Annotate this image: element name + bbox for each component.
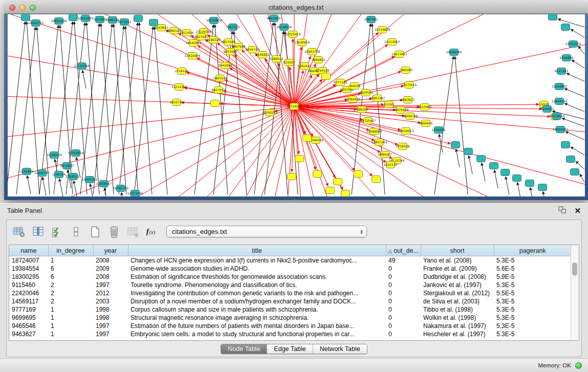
table-cell[interactable]: 9115460 <box>9 281 48 289</box>
table-row[interactable]: 969969511998Structural magnetic resonanc… <box>9 314 571 322</box>
table-cell[interactable]: 6 <box>48 273 93 281</box>
scrollbar-thumb[interactable] <box>572 262 577 276</box>
table-cell[interactable]: 2003 <box>93 297 128 305</box>
minimize-window-icon[interactable] <box>19 5 26 11</box>
close-panel-icon[interactable]: ✕ <box>574 207 581 214</box>
show-columns-icon[interactable] <box>31 225 46 238</box>
graph-node[interactable] <box>69 14 78 21</box>
table-cell[interactable]: 2008 <box>93 256 128 265</box>
table-cell[interactable]: Structural magnetic resonance image aver… <box>128 314 386 322</box>
table-cell[interactable]: 2 <box>48 297 93 305</box>
delete-table-icon[interactable] <box>106 225 121 238</box>
graph-node[interactable] <box>134 15 143 22</box>
graph-node[interactable] <box>354 171 363 178</box>
table-cell[interactable]: 9465546 <box>9 322 48 330</box>
table-cell[interactable]: Tourette syndrome. Phenomenology and cla… <box>128 281 386 289</box>
table-cell[interactable]: 1997 <box>93 281 128 289</box>
table-cell[interactable]: 2008 <box>93 273 128 281</box>
table-cell[interactable]: 1 <box>48 330 93 338</box>
table-cell[interactable]: 0 <box>386 273 421 281</box>
table-cell[interactable]: Estimation of significance thresholds fo… <box>128 273 386 281</box>
table-cell[interactable]: Dudbridge et al. (2008) <box>421 273 494 281</box>
table-cell[interactable]: Jankovic et al. (1997) <box>421 281 494 289</box>
table-cell[interactable]: 1997 <box>93 322 128 330</box>
table-cell[interactable]: 1 <box>48 314 93 322</box>
vertical-scrollbar[interactable] <box>571 245 579 340</box>
table-cell[interactable]: 5.3E-5 <box>494 322 571 330</box>
table-cell[interactable]: Genome-wide association studies in ADHD. <box>128 265 386 273</box>
graph-node[interactable] <box>526 180 534 187</box>
column-header-in-degree[interactable]: in_degree <box>48 245 93 256</box>
table-cell[interactable]: Investigating the contribution of common… <box>128 289 386 297</box>
network-canvas[interactable]: 1872400718300295193845549777169649756874… <box>8 14 585 196</box>
graph-node[interactable] <box>322 73 331 80</box>
select-columns-icon[interactable] <box>50 225 64 238</box>
table-cell[interactable]: 1998 <box>93 314 128 322</box>
table-cell[interactable]: 9699695 <box>9 314 48 322</box>
import-table-icon[interactable] <box>125 225 140 238</box>
table-cell[interactable]: 2 <box>48 289 93 297</box>
table-cell[interactable]: Changes of HCN gene expression and I(f) … <box>128 256 386 265</box>
table-cell[interactable]: 5.5E-5 <box>494 289 571 297</box>
table-cell[interactable]: 14569117 <box>9 297 48 305</box>
table-cell[interactable]: Disruption of a novel member of a sodium… <box>128 297 386 305</box>
table-cell[interactable]: 5.3E-5 <box>494 281 571 289</box>
table-cell[interactable]: Nakamura et al. (1997) <box>421 322 494 330</box>
table-cell[interactable]: Tibbo et al. (1998) <box>421 305 494 314</box>
table-row[interactable]: 1456911722003Disruption of a novel membe… <box>9 297 571 305</box>
graph-node[interactable] <box>571 169 579 176</box>
window-titlebar[interactable]: citations_edges.txt <box>4 2 588 14</box>
table-cell[interactable]: 9777169 <box>9 305 48 314</box>
table-cell[interactable]: Estimation of the future numbers of pati… <box>128 322 386 330</box>
new-table-icon[interactable] <box>88 225 102 238</box>
table-cell[interactable]: 0 <box>386 265 421 273</box>
table-cell[interactable]: Hescheler et al. (1997) <box>421 330 494 338</box>
table-selector[interactable]: citations_edges.txt ▲▼ <box>166 226 367 237</box>
tab-node-table[interactable]: Node Table <box>221 344 267 354</box>
table-cell[interactable]: Wolkin et al. (1998) <box>421 314 494 322</box>
column-header-name[interactable]: name <box>9 245 48 256</box>
column-header-out-de[interactable]: △out_de... <box>386 245 421 256</box>
graph-node[interactable] <box>477 156 486 162</box>
graph-node[interactable] <box>538 184 547 191</box>
table-cell[interactable]: Stergiakouli et al. (2012) <box>421 289 494 297</box>
table-row[interactable]: 2242004622012Investigating the contribut… <box>9 289 571 297</box>
table-cell[interactable]: Embryonic stem cells: a model to study s… <box>128 330 386 338</box>
table-cell[interactable]: 5.9E-5 <box>494 273 571 281</box>
table-cell[interactable]: 22420046 <box>9 289 48 297</box>
table-cell[interactable]: 5.3E-5 <box>494 314 571 322</box>
graph-node[interactable] <box>561 142 570 148</box>
graph-node[interactable] <box>501 169 510 176</box>
column-header-title[interactable]: title <box>128 245 386 256</box>
graph-node[interactable] <box>288 173 296 180</box>
close-window-icon[interactable] <box>9 5 15 11</box>
table-row[interactable]: 1938455462009Genome-wide association stu… <box>9 265 571 273</box>
tab-network-table[interactable]: Network Table <box>313 344 367 354</box>
table-cell[interactable]: 18300295 <box>9 273 48 281</box>
graph-node[interactable] <box>303 135 312 142</box>
graph-node[interactable] <box>341 190 350 197</box>
graph-node[interactable] <box>295 156 304 162</box>
graph-node[interactable] <box>567 156 575 163</box>
table-cell[interactable]: 0 <box>386 314 421 322</box>
graph-node[interactable] <box>451 142 460 148</box>
table-cell[interactable]: 0 <box>386 305 421 314</box>
graph-node[interactable] <box>149 19 158 26</box>
table-cell[interactable]: 0 <box>386 289 421 297</box>
graph-node[interactable] <box>21 14 30 21</box>
table-cell[interactable]: 1 <box>48 305 93 314</box>
table-cell[interactable]: Corpus callosum shape and size in male p… <box>128 305 386 314</box>
graph-node[interactable] <box>372 176 381 183</box>
table-cell[interactable]: 18724007 <box>9 256 48 265</box>
graph-node[interactable] <box>490 163 498 169</box>
graph-node[interactable] <box>211 100 220 107</box>
column-header-year[interactable]: year <box>93 245 128 256</box>
table-cell[interactable]: 1 <box>48 256 93 265</box>
graph-node[interactable] <box>464 148 473 155</box>
table-row[interactable]: 1872400712008Changes of HCN gene express… <box>9 256 571 265</box>
column-header-pagerank[interactable]: pagerank <box>494 245 571 256</box>
graph-node[interactable] <box>334 179 342 185</box>
table-cell[interactable]: 6 <box>48 265 93 273</box>
table-cell[interactable]: Franke et al. (2009) <box>421 265 494 273</box>
table-cell[interactable]: 1997 <box>93 330 128 338</box>
